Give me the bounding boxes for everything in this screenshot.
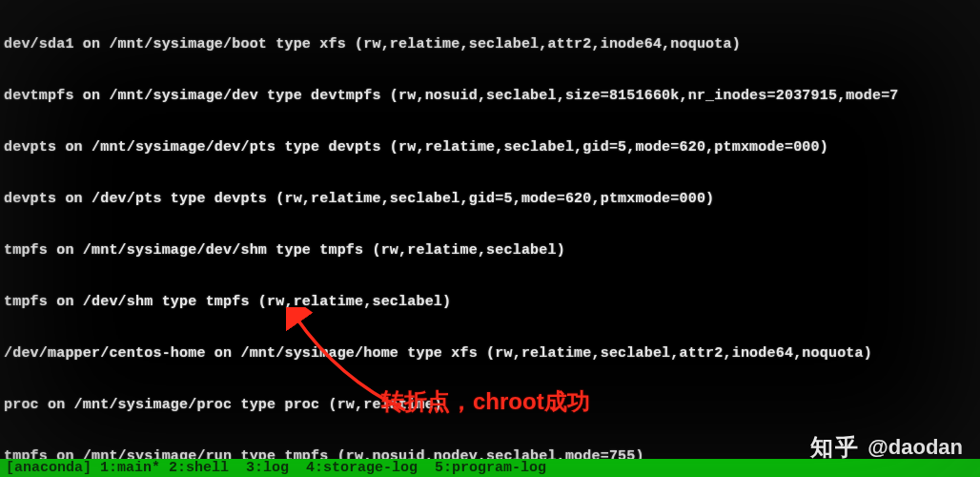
mount-line: devtmpfs on /mnt/sysimage/dev type devtm… xyxy=(4,88,980,105)
annotation-text: 转折点，chroot成功 xyxy=(381,393,590,410)
mount-line: tmpfs on /dev/shm type tmpfs (rw,relatim… xyxy=(4,294,980,311)
mount-line: devpts on /dev/pts type devpts (rw,relat… xyxy=(4,191,980,208)
mount-line: devpts on /mnt/sysimage/dev/pts type dev… xyxy=(4,139,980,156)
mount-line: dev/sda1 on /mnt/sysimage/boot type xfs … xyxy=(4,36,980,53)
tmux-statusbar[interactable]: [anaconda] 1:main* 2:shell 3:log 4:stora… xyxy=(0,459,980,477)
watermark-handle: @daodan xyxy=(868,439,963,456)
watermark: 知乎 @daodan xyxy=(810,439,963,456)
mount-line: /dev/mapper/centos-home on /mnt/sysimage… xyxy=(4,345,980,363)
zhihu-logo-icon: 知乎 xyxy=(810,439,860,456)
mount-line: tmpfs on /mnt/sysimage/dev/shm type tmpf… xyxy=(4,242,980,259)
terminal-screen: dev/sda1 on /mnt/sysimage/boot type xfs … xyxy=(0,0,980,477)
